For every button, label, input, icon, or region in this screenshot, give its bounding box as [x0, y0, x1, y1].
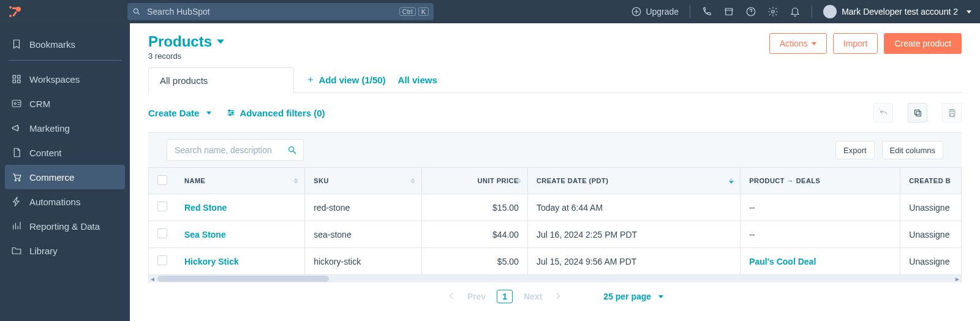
cell-created: Jul 16, 2024 2:25 PM PDT	[527, 221, 740, 248]
import-button[interactable]: Import	[833, 33, 878, 54]
megaphone-icon	[11, 123, 22, 134]
deal-link[interactable]: Paul's Cool Deal	[749, 257, 816, 266]
page-title-dropdown[interactable]: Products	[148, 33, 224, 50]
table-row: Hickory Stick hickory-stick $5.00 Jul 15…	[149, 248, 962, 275]
row-checkbox[interactable]	[157, 255, 167, 265]
chevron-down-icon	[217, 38, 224, 45]
sidebar: Bookmarks Workspaces CRM Marketing Conte…	[0, 23, 130, 321]
pager-next-arrow[interactable]	[553, 291, 563, 303]
sidebar-item-crm[interactable]: CRM	[5, 91, 125, 116]
sidebar-item-content[interactable]: Content	[5, 140, 125, 165]
svg-rect-14	[12, 100, 21, 107]
pager-next[interactable]: Next	[524, 292, 542, 301]
divider	[690, 5, 690, 18]
sidebar-item-automations[interactable]: Automations	[5, 189, 125, 214]
cell-sku: sea-stone	[305, 221, 422, 248]
advanced-filters-button[interactable]: Advanced filters (0)	[226, 108, 325, 118]
svg-rect-21	[916, 111, 921, 116]
main: Products 3 records Actions Import Create…	[130, 23, 980, 321]
sidebar-item-commerce[interactable]: Commerce	[5, 165, 125, 189]
sidebar-item-label: Automations	[29, 197, 80, 207]
filter-create-date[interactable]: Create Date	[148, 108, 211, 118]
col-sku[interactable]: SKU	[305, 168, 422, 194]
col-deals[interactable]: Product → Deals	[741, 168, 900, 194]
search-icon	[287, 145, 297, 155]
duplicate-button[interactable]	[908, 103, 927, 123]
svg-point-16	[15, 179, 16, 181]
undo-button[interactable]	[873, 103, 893, 123]
account-menu[interactable]: Mark Developer test account 2	[823, 5, 971, 18]
per-page-dropdown[interactable]: 25 per page	[603, 292, 663, 301]
row-checkbox[interactable]	[157, 202, 167, 211]
cell-price: $5.00	[421, 248, 527, 275]
cell-sku: red-stone	[305, 194, 422, 221]
bell-icon[interactable]	[790, 6, 801, 17]
sidebar-item-reporting[interactable]: Reporting & Data	[5, 214, 125, 238]
page-actions: Actions Import Create product	[769, 33, 962, 54]
sidebar-item-label: Reporting & Data	[29, 221, 100, 232]
svg-point-1	[9, 15, 12, 17]
help-icon[interactable]	[745, 6, 756, 17]
pager-prev-arrow[interactable]	[447, 291, 456, 303]
sidebar-item-library[interactable]: Library	[5, 238, 125, 263]
pager-page[interactable]: 1	[497, 290, 513, 303]
avatar	[823, 5, 837, 18]
top-icon-group: Upgrade Mark Developer test account 2	[631, 5, 971, 18]
pager-prev[interactable]: Prev	[467, 292, 486, 301]
svg-point-19	[232, 112, 234, 114]
upgrade-button[interactable]: Upgrade	[631, 6, 679, 17]
save-view-button[interactable]	[942, 103, 962, 123]
scroll-left-icon[interactable]: ◄	[149, 275, 156, 282]
table-search-input[interactable]	[173, 145, 287, 156]
marketplace-icon[interactable]	[723, 6, 734, 17]
sidebar-item-bookmarks[interactable]: Bookmarks	[5, 32, 125, 56]
table-row: Red Stone red-stone $15.00 Today at 6:44…	[149, 194, 962, 221]
add-view-button[interactable]: Add view (1/50)	[306, 75, 385, 85]
col-created-by[interactable]: Created b	[900, 168, 962, 194]
sidebar-item-workspaces[interactable]: Workspaces	[5, 67, 125, 91]
col-name[interactable]: Name	[176, 168, 305, 194]
cell-price: $44.00	[421, 221, 527, 248]
scrollbar-thumb[interactable]	[157, 276, 329, 282]
cell-sku: hickory-stick	[305, 248, 422, 275]
product-link[interactable]: Hickory Stick	[184, 257, 239, 266]
table-row: Sea Stone sea-stone $44.00 Jul 16, 2024 …	[149, 221, 962, 248]
row-checkbox[interactable]	[157, 228, 167, 238]
sliders-icon	[226, 108, 236, 118]
products-table: Name SKU Unit Price Create Date (PDT) Pr…	[148, 167, 962, 275]
svg-point-18	[228, 110, 230, 111]
svg-rect-10	[13, 75, 16, 78]
edit-columns-button[interactable]: Edit columns	[882, 141, 943, 159]
create-product-button[interactable]: Create product	[884, 33, 962, 54]
global-search-input[interactable]	[146, 6, 399, 17]
horizontal-scrollbar[interactable]: ◄ ►	[148, 275, 962, 282]
svg-point-20	[230, 114, 232, 116]
actions-button[interactable]: Actions	[769, 33, 827, 54]
export-button[interactable]: Export	[835, 141, 875, 159]
sidebar-item-marketing[interactable]: Marketing	[5, 116, 125, 140]
bookmark-icon	[11, 39, 22, 50]
upgrade-icon	[631, 6, 642, 17]
settings-icon[interactable]	[767, 6, 778, 17]
col-unit-price[interactable]: Unit Price	[421, 168, 527, 194]
svg-rect-13	[18, 80, 21, 83]
svg-line-26	[293, 151, 296, 154]
hubspot-logo[interactable]	[6, 3, 23, 20]
sidebar-item-label: Commerce	[29, 172, 74, 183]
cell-createdby: Unassigne	[900, 194, 962, 221]
cell-createdby: Unassigne	[900, 221, 962, 248]
scroll-right-icon[interactable]: ►	[954, 275, 961, 282]
select-all-header[interactable]	[149, 168, 176, 194]
tab-all-products[interactable]: All products	[148, 67, 294, 93]
cell-price: $15.00	[421, 194, 527, 221]
phone-icon[interactable]	[701, 6, 712, 17]
product-link[interactable]: Red Stone	[184, 203, 227, 213]
col-create-date[interactable]: Create Date (PDT)	[527, 168, 740, 194]
table-search[interactable]	[167, 139, 304, 161]
global-search[interactable]: CtrlK	[127, 3, 434, 20]
page-title: Products	[148, 33, 212, 50]
all-views-link[interactable]: All views	[398, 75, 437, 85]
pager: Prev 1 Next 25 per page	[130, 282, 980, 311]
bolt-icon	[11, 196, 22, 207]
product-link[interactable]: Sea Stone	[184, 230, 226, 240]
